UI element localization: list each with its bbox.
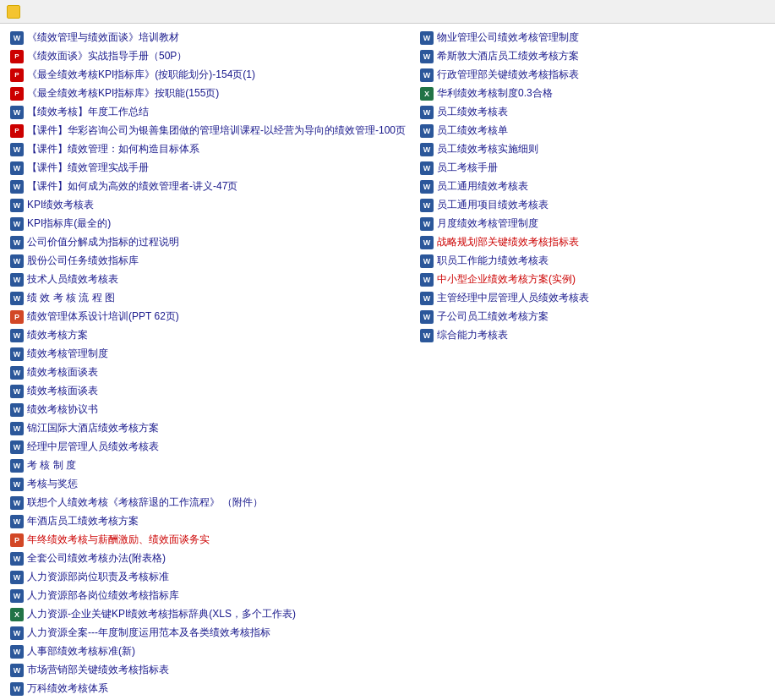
list-item[interactable]: W绩 效 考 核 流 程 图	[7, 289, 409, 307]
file-label: 【课件】绩效管理：如何构造目标体系	[27, 142, 199, 156]
list-item[interactable]: WKPI绩效考核表	[7, 196, 409, 214]
word-icon: W	[10, 180, 24, 194]
list-item[interactable]: W绩效考核面谈表	[7, 364, 409, 381]
list-item[interactable]: W主管经理中层管理人员绩效考核表	[417, 289, 768, 307]
word-icon: W	[10, 571, 24, 584]
word-icon: W	[10, 199, 24, 212]
list-item[interactable]: P《绩效面谈》实战指导手册（50P）	[7, 47, 409, 65]
file-label: 【课件】华彩咨询公司为银善集团做的管理培训课程-以经营为导向的绩效管理-100页	[27, 123, 406, 138]
list-item[interactable]: W物业管理公司绩效考核管理制度	[417, 29, 768, 46]
file-label: 【课件】绩效管理实战手册	[27, 161, 149, 175]
word-icon: W	[420, 124, 434, 138]
list-item[interactable]: W中小型企业绩效考核方案(实例)	[417, 271, 768, 288]
file-label: 考核与奖惩	[27, 477, 78, 491]
file-label: 绩效管理体系设计培训(PPT 62页)	[27, 309, 179, 324]
word-icon: W	[10, 273, 24, 287]
list-item[interactable]: W员工绩效考核单	[417, 122, 768, 139]
list-item[interactable]: W职员工作能力绩效考核表	[417, 252, 768, 270]
list-item[interactable]: W月度绩效考核管理制度	[417, 215, 768, 232]
left-column: W《绩效管理与绩效面谈》培训教材P《绩效面谈》实战指导手册（50P）P《最全绩效…	[7, 29, 409, 700]
list-item[interactable]: W考核与奖惩	[7, 475, 409, 493]
file-label: 行政管理部关键绩效考核指标表	[437, 68, 579, 82]
list-item[interactable]: W考 核 制 度	[7, 457, 409, 474]
word-icon: W	[10, 385, 24, 398]
list-item[interactable]: W人事部绩效考核标准(新)	[7, 643, 409, 660]
file-label: 员工通用项目绩效考核表	[437, 198, 549, 212]
list-item[interactable]: W绩效考核方案	[7, 326, 409, 344]
file-label: 绩效考核协议书	[27, 402, 98, 417]
list-item[interactable]: W子公司员工绩效考核方案	[417, 308, 768, 325]
list-item[interactable]: X人力资源-企业关键KPI绩效考核指标辞典(XLS，多个工作表)	[7, 605, 409, 623]
list-item[interactable]: W【绩效考核】年度工作总结	[7, 103, 409, 121]
list-item[interactable]: W经理中层管理人员绩效考核表	[7, 438, 409, 456]
list-item[interactable]: W【课件】如何成为高效的绩效管理者-讲义-47页	[7, 178, 409, 195]
word-icon: W	[10, 478, 24, 491]
file-label: 绩效考核方案	[27, 328, 88, 342]
list-item[interactable]: W绩效考核管理制度	[7, 345, 409, 363]
list-item[interactable]: W【课件】绩效管理实战手册	[7, 159, 409, 177]
file-label: KPI绩效考核表	[27, 198, 94, 212]
word-icon: W	[10, 106, 24, 119]
list-item[interactable]: P《最全绩效考核KPI指标库》按职能(155页)	[7, 85, 409, 102]
list-item[interactable]: W市场营销部关键绩效考核指标表	[7, 661, 409, 679]
word-icon: W	[10, 236, 24, 249]
file-label: 联想个人绩效考核《考核辞退的工作流程》 （附件）	[27, 495, 263, 510]
file-label: 绩效考核管理制度	[27, 347, 108, 361]
word-icon: W	[420, 310, 434, 324]
list-item[interactable]: W《绩效管理与绩效面谈》培训教材	[7, 29, 409, 46]
list-item[interactable]: W锦江国际大酒店绩效考核方案	[7, 419, 409, 437]
list-item[interactable]: W综合能力考核表	[417, 326, 768, 344]
ppt-icon: P	[10, 533, 24, 547]
list-item[interactable]: W希斯敦大酒店员工绩效考核方案	[417, 47, 768, 65]
list-item[interactable]: W股份公司任务绩效指标库	[7, 252, 409, 270]
word-icon: W	[420, 329, 434, 342]
column-divider	[412, 29, 413, 700]
list-item[interactable]: W绩效考核面谈表	[7, 382, 409, 400]
right-column: W物业管理公司绩效考核管理制度W希斯敦大酒店员工绩效考核方案W行政管理部关键绩效…	[417, 29, 768, 700]
word-icon: W	[420, 292, 434, 305]
list-item[interactable]: X华利绩效考核制度0.3合格	[417, 85, 768, 102]
file-label: 人力资源部各岗位绩效考核指标库	[27, 588, 179, 603]
list-item[interactable]: W人力资源全案---年度制度运用范本及各类绩效考核指标	[7, 624, 409, 642]
file-label: 月度绩效考核管理制度	[437, 216, 538, 231]
list-item[interactable]: W战略规划部关键绩效考核指标表	[417, 233, 768, 251]
list-item[interactable]: W员工通用项目绩效考核表	[417, 196, 768, 214]
file-label: 主管经理中层管理人员绩效考核表	[437, 291, 589, 305]
file-label: KPI指标库(最全的)	[27, 216, 111, 231]
list-item[interactable]: W人力资源部岗位职责及考核标准	[7, 568, 409, 586]
word-icon: W	[10, 515, 24, 528]
list-item[interactable]: P《最全绩效考核KPI指标库》(按职能划分)-154页(1)	[7, 66, 409, 84]
word-icon: W	[10, 254, 24, 268]
list-item[interactable]: W绩效考核协议书	[7, 401, 409, 418]
list-item[interactable]: WKPI指标库(最全的)	[7, 215, 409, 232]
pdf-icon: P	[10, 68, 24, 82]
list-item[interactable]: W员工考核手册	[417, 159, 768, 177]
content-area: W《绩效管理与绩效面谈》培训教材P《绩效面谈》实战指导手册（50P）P《最全绩效…	[0, 24, 775, 700]
list-item[interactable]: W【课件】绩效管理：如何构造目标体系	[7, 140, 409, 158]
word-icon: W	[10, 161, 24, 175]
file-label: 【课件】如何成为高效的绩效管理者-讲义-47页	[27, 179, 237, 194]
word-icon: W	[10, 329, 24, 342]
list-item[interactable]: W万科绩效考核体系	[7, 680, 409, 697]
list-item[interactable]: W员工通用绩效考核表	[417, 178, 768, 195]
list-item[interactable]: W员工绩效考核表	[417, 103, 768, 121]
list-item[interactable]: P【课件】华彩咨询公司为银善集团做的管理培训课程-以经营为导向的绩效管理-100…	[7, 122, 409, 139]
list-item[interactable]: W年酒店员工绩效考核方案	[7, 512, 409, 530]
list-item[interactable]: W员工绩效考核实施细则	[417, 140, 768, 158]
list-item[interactable]: P年终绩效考核与薪酬激励、绩效面谈务实	[7, 531, 409, 549]
list-item[interactable]: W联想个人绩效考核《考核辞退的工作流程》 （附件）	[7, 494, 409, 511]
list-item[interactable]: W行政管理部关键绩效考核指标表	[417, 66, 768, 84]
word-icon: W	[420, 106, 434, 119]
file-label: 技术人员绩效考核表	[27, 272, 118, 287]
list-item[interactable]: W全套公司绩效考核办法(附表格)	[7, 550, 409, 567]
word-icon: W	[420, 50, 434, 63]
list-item[interactable]: W人力资源部各岗位绩效考核指标库	[7, 587, 409, 604]
word-icon: W	[10, 459, 24, 473]
excel-icon: X	[420, 87, 434, 101]
folder-icon	[7, 5, 20, 19]
list-item[interactable]: W技术人员绩效考核表	[7, 271, 409, 288]
file-label: 《最全绩效考核KPI指标库》按职能(155页)	[27, 86, 219, 101]
list-item[interactable]: W公司价值分解成为指标的过程说明	[7, 233, 409, 251]
list-item[interactable]: P绩效管理体系设计培训(PPT 62页)	[7, 308, 409, 325]
file-label: 全套公司绩效考核办法(附表格)	[27, 551, 166, 566]
